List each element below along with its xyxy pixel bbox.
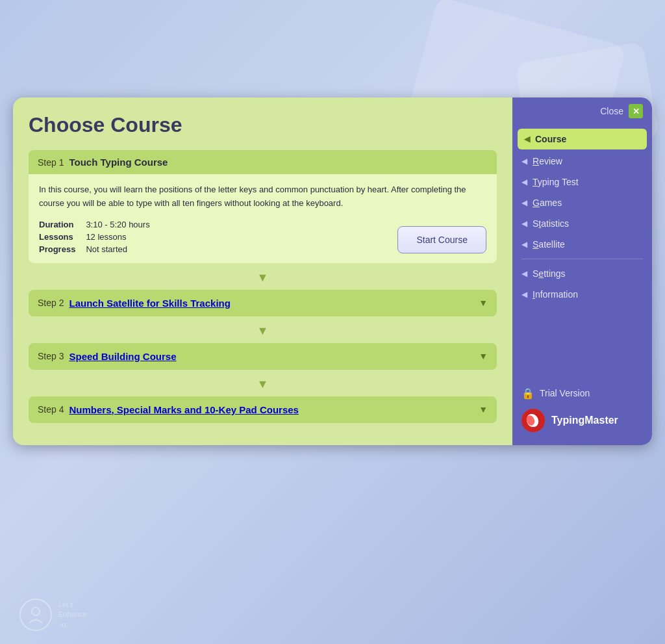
progress-label: Progress <box>39 244 75 254</box>
step2-card[interactable]: Step 2 Launch Satellite for Skills Track… <box>29 290 497 316</box>
step4-header[interactable]: Step 4 Numbers, Special Marks and 10-Key… <box>29 396 497 423</box>
sidebar-item-typing-test[interactable]: ◀ Typing Test <box>512 172 652 192</box>
statistics-arrow-icon: ◀ <box>521 219 527 228</box>
brand-area: TypingMaster <box>521 409 643 432</box>
arrow-1: ▼ <box>29 266 497 290</box>
statistics-label: Statistics <box>533 218 569 229</box>
svg-point-4 <box>32 608 40 615</box>
close-button[interactable]: ✕ <box>629 104 643 118</box>
step3-number: Step 3 <box>38 351 64 361</box>
svg-point-0 <box>521 409 545 432</box>
step1-header: Step 1 Touch Typing Course <box>29 150 497 174</box>
trial-version-label: Trial Version <box>540 388 590 398</box>
games-arrow-icon: ◀ <box>521 198 527 207</box>
step2-title[interactable]: Launch Satellite for Skills Tracking <box>69 298 230 309</box>
sidebar-item-review[interactable]: ◀ Review <box>512 151 652 172</box>
satellite-arrow-icon: ◀ <box>521 240 527 249</box>
duration-value: 3:10 - 5:20 hours <box>86 220 149 229</box>
step1-title: Touch Typing Course <box>69 157 168 168</box>
step1-details: Duration 3:10 - 5:20 hours Lessons 12 le… <box>39 220 486 254</box>
settings-arrow-icon: ◀ <box>521 269 527 278</box>
step2-left: Step 2 Launch Satellite for Skills Track… <box>38 298 231 309</box>
step4-card[interactable]: Step 4 Numbers, Special Marks and 10-Key… <box>29 396 497 423</box>
games-label: Games <box>533 198 562 208</box>
information-arrow-icon: ◀ <box>521 290 527 299</box>
arrow-2: ▼ <box>29 319 497 343</box>
start-course-button[interactable]: Start Course <box>397 226 486 253</box>
sidebar-top: Close ✕ <box>512 97 652 125</box>
sidebar-item-course[interactable]: ◀ Course <box>518 129 647 149</box>
left-panel: Choose Course Step 1 Touch Typing Course… <box>13 97 512 445</box>
step4-title[interactable]: Numbers, Special Marks and 10-Key Pad Co… <box>69 404 298 415</box>
brand-name-label: TypingMaster <box>551 415 618 426</box>
arrow-3: ▼ <box>29 372 497 396</box>
step4-number: Step 4 <box>38 404 64 415</box>
satellite-label: Satellite <box>533 239 565 250</box>
review-label: Review <box>533 156 562 166</box>
typing-test-label: Typing Test <box>533 177 579 187</box>
step3-card[interactable]: Step 3 Speed Building Course ▼ <box>29 343 497 370</box>
step4-dropdown-arrow: ▼ <box>479 404 488 415</box>
step1-description: In this course, you will learn the posit… <box>39 183 486 211</box>
trial-version: 🔒 Trial Version <box>521 387 643 400</box>
step1-number: Step 1 <box>38 157 64 168</box>
right-sidebar: Close ✕ ◀ Course ◀ Review ◀ Typing Test … <box>512 97 652 445</box>
step3-header[interactable]: Step 3 Speed Building Course ▼ <box>29 343 497 370</box>
course-arrow-icon: ◀ <box>524 135 530 144</box>
step3-dropdown-arrow: ▼ <box>479 351 488 361</box>
sidebar-item-information[interactable]: ◀ Information <box>512 284 652 305</box>
step1-detail-grid: Duration 3:10 - 5:20 hours Lessons 12 le… <box>39 220 150 254</box>
watermark: Let's Enhance .io <box>19 599 86 631</box>
typing-test-arrow-icon: ◀ <box>521 177 527 187</box>
sidebar-nav: ◀ Course ◀ Review ◀ Typing Test ◀ Games … <box>512 125 652 378</box>
step2-number: Step 2 <box>38 298 64 308</box>
step2-header[interactable]: Step 2 Launch Satellite for Skills Track… <box>29 290 497 316</box>
sidebar-item-statistics[interactable]: ◀ Statistics <box>512 213 652 234</box>
step3-left: Step 3 Speed Building Course <box>38 351 177 362</box>
lessons-value: 12 lessons <box>86 232 149 242</box>
step1-card: Step 1 Touch Typing Course In this cours… <box>29 150 497 263</box>
lessons-label: Lessons <box>39 232 75 242</box>
svg-point-2 <box>527 415 536 426</box>
sidebar-item-settings[interactable]: ◀ Settings <box>512 263 652 284</box>
lock-icon: 🔒 <box>521 387 534 400</box>
brand-logo-icon <box>521 409 545 432</box>
step3-title[interactable]: Speed Building Course <box>69 351 176 362</box>
progress-value: Not started <box>86 244 149 254</box>
settings-label: Settings <box>533 268 566 279</box>
sidebar-bottom: 🔒 Trial Version TypingMaster <box>512 378 652 445</box>
nav-divider <box>521 259 643 259</box>
step2-dropdown-arrow: ▼ <box>479 298 488 308</box>
review-arrow-icon: ◀ <box>521 157 527 166</box>
information-label: Information <box>533 289 578 300</box>
duration-label: Duration <box>39 220 75 229</box>
close-label: Close <box>600 106 623 116</box>
watermark-text: Let's Enhance .io <box>58 600 86 630</box>
sidebar-item-games[interactable]: ◀ Games <box>512 192 652 213</box>
course-label: Course <box>535 134 566 144</box>
step1-body: In this course, you will learn the posit… <box>29 174 497 263</box>
watermark-icon <box>19 599 52 631</box>
step4-left: Step 4 Numbers, Special Marks and 10-Key… <box>38 404 299 415</box>
sidebar-item-satellite[interactable]: ◀ Satellite <box>512 234 652 255</box>
page-title: Choose Course <box>29 113 497 137</box>
main-container: Choose Course Step 1 Touch Typing Course… <box>13 97 652 445</box>
